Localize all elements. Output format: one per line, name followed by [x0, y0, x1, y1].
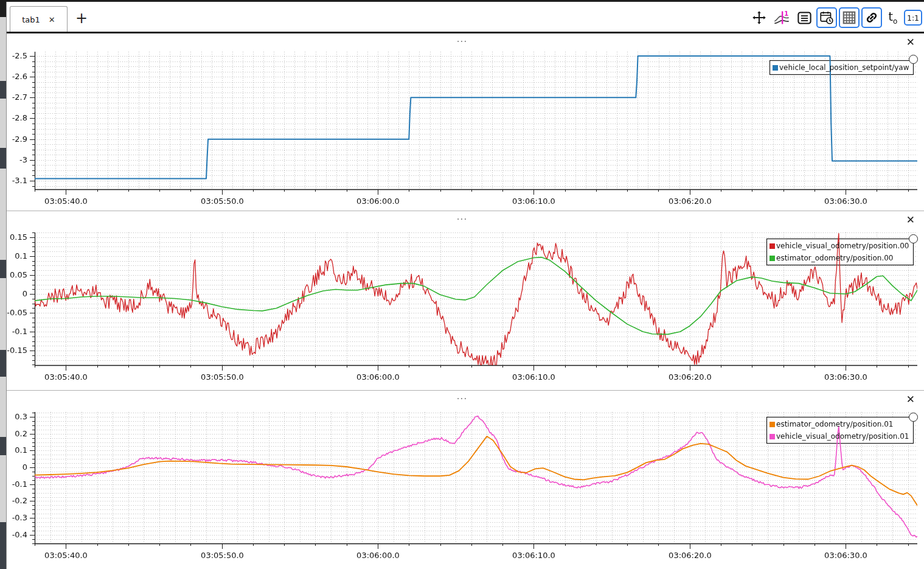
- panel-drag-handle[interactable]: ...: [457, 35, 467, 43]
- tab-tab1[interactable]: tab1 ✕: [10, 6, 68, 32]
- legend-item[interactable]: estimator_odometry/position.00: [766, 252, 913, 264]
- time-offset-button[interactable]: to: [884, 7, 902, 28]
- legend-item[interactable]: estimator_odometry/position.01: [766, 418, 913, 430]
- plotjuggler-window: tab1 ✕ + 1: [0, 0, 924, 569]
- panel-drag-handle[interactable]: ...: [457, 392, 467, 400]
- panel-separator[interactable]: [6, 390, 924, 391]
- legend-color-swatch: [773, 65, 778, 71]
- tab-close-icon[interactable]: ✕: [49, 15, 55, 24]
- add-tab-button[interactable]: +: [72, 7, 91, 30]
- tab-bar-divider: [0, 32, 924, 33]
- plot-panel-yaw-setpoint: ... ✕ vehicle_local_position_setpoint/ya…: [0, 33, 924, 211]
- panel-resize-handle[interactable]: [909, 55, 918, 64]
- legend-color-swatch: [769, 422, 775, 427]
- splitter-grip[interactable]: [0, 148, 6, 169]
- legend-item[interactable]: vehicle_local_position_setpoint/yaw: [769, 61, 913, 74]
- datetime-axis-icon[interactable]: [816, 7, 837, 28]
- panel-close-icon[interactable]: ✕: [906, 394, 915, 405]
- panel-close-icon[interactable]: ✕: [906, 37, 915, 47]
- legend-series-label: estimator_odometry/position.01: [776, 420, 893, 428]
- window-corner-block: [0, 0, 6, 17]
- panel-resize-handle[interactable]: [909, 234, 918, 243]
- move-tool-icon[interactable]: [749, 7, 769, 28]
- legend-series-label: estimator_odometry/position.00: [776, 254, 893, 262]
- legend-series-label: vehicle_visual_odometry/position.01: [776, 432, 909, 441]
- plot-canvas[interactable]: [0, 211, 924, 390]
- time-offset-label: to: [889, 10, 898, 26]
- legend-item[interactable]: vehicle_visual_odometry/position.01: [766, 430, 913, 442]
- panel-drag-handle[interactable]: ...: [457, 212, 467, 221]
- svg-text:1: 1: [784, 10, 788, 17]
- ratio-1-1-button[interactable]: 1:1: [904, 10, 922, 26]
- splitter-grip[interactable]: [0, 350, 6, 377]
- legend-item[interactable]: vehicle_visual_odometry/position.00: [766, 240, 913, 252]
- panel-separator[interactable]: [6, 211, 924, 211]
- plot-panel-position-00: ... ✕ vehicle_visual_odometry/position.0…: [0, 211, 924, 390]
- legend-color-swatch: [769, 243, 775, 249]
- time-tracker-icon[interactable]: 1: [771, 7, 792, 28]
- legend-color-swatch: [769, 256, 775, 261]
- plot-canvas[interactable]: [0, 33, 924, 211]
- plot-panel-position-01: ... ✕ estimator_odometry/position.01vehi…: [0, 391, 924, 569]
- link-axes-icon[interactable]: [861, 7, 882, 28]
- splitter-grip[interactable]: [0, 437, 6, 455]
- tab-bar: tab1 ✕ + 1: [7, 2, 924, 32]
- panel-resize-handle[interactable]: [909, 413, 918, 422]
- panel-close-icon[interactable]: ✕: [906, 215, 915, 225]
- plot-canvas[interactable]: [0, 391, 924, 569]
- grid-toggle-icon[interactable]: [839, 7, 860, 28]
- legend-series-label: vehicle_local_position_setpoint/yaw: [779, 63, 909, 72]
- legend-series-label: vehicle_visual_odometry/position.00: [776, 242, 909, 250]
- splitter-grip[interactable]: [0, 260, 6, 278]
- splitter-grip[interactable]: [0, 81, 6, 99]
- legend[interactable]: estimator_odometry/position.01vehicle_vi…: [766, 418, 913, 442]
- legend-color-swatch: [769, 434, 775, 439]
- window-top-border: [0, 0, 924, 2]
- tab-label: tab1: [22, 15, 40, 24]
- legend[interactable]: vehicle_local_position_setpoint/yaw: [769, 61, 913, 74]
- toolbar: 1: [749, 5, 922, 30]
- splitter-grip[interactable]: [0, 522, 6, 569]
- list-view-icon[interactable]: [794, 7, 815, 28]
- legend[interactable]: vehicle_visual_odometry/position.00estim…: [766, 240, 913, 264]
- left-splitter-handle[interactable]: [0, 2, 7, 569]
